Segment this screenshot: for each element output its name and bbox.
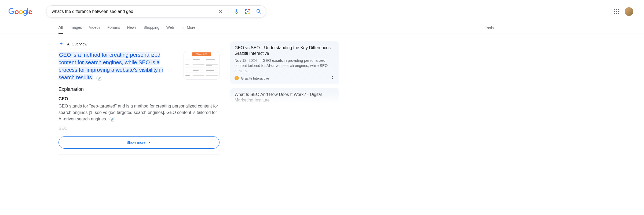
svg-point-11 bbox=[618, 9, 619, 10]
summary-thumbnail[interactable]: SEO vs. GEO bbox=[184, 51, 219, 80]
faded-next-section: SEO bbox=[58, 126, 219, 131]
source-card[interactable]: What Is SEO And How Does It Work? - Digi… bbox=[230, 88, 339, 103]
svg-point-14 bbox=[618, 11, 619, 12]
source-card[interactable]: GEO vs SEO—Understanding the Key Differe… bbox=[230, 41, 339, 84]
svg-point-16 bbox=[616, 13, 617, 14]
svg-rect-7 bbox=[250, 12, 250, 14]
tab-forums[interactable]: Forums bbox=[107, 23, 120, 34]
tab-shopping[interactable]: Shopping bbox=[144, 23, 159, 34]
tab-videos[interactable]: Videos bbox=[89, 23, 100, 34]
side-column: GEO vs SEO—Understanding the Key Differe… bbox=[230, 41, 339, 155]
google-logo[interactable] bbox=[8, 8, 33, 16]
clear-icon[interactable] bbox=[218, 9, 223, 14]
apps-icon[interactable] bbox=[613, 8, 620, 15]
svg-point-19 bbox=[183, 27, 184, 28]
card-title: What Is SEO And How Does It Work? - Digi… bbox=[235, 92, 335, 103]
mic-icon[interactable] bbox=[233, 8, 240, 15]
svg-point-18 bbox=[183, 26, 184, 27]
search-container bbox=[46, 5, 266, 18]
explanation-heading: Explanation bbox=[58, 87, 219, 92]
show-more-button[interactable]: Show more bbox=[58, 136, 219, 149]
svg-point-13 bbox=[616, 11, 617, 12]
show-more-label: Show more bbox=[127, 140, 146, 145]
separator bbox=[58, 155, 219, 155]
ai-overview-label: AI Overview bbox=[67, 42, 87, 46]
svg-rect-3 bbox=[250, 9, 250, 11]
sparkle-icon bbox=[58, 41, 64, 47]
card-menu-icon[interactable]: ⋮ bbox=[330, 76, 335, 81]
svg-point-8 bbox=[247, 11, 248, 12]
summary-period: . bbox=[93, 74, 94, 80]
avatar[interactable] bbox=[625, 7, 633, 16]
svg-point-12 bbox=[614, 11, 615, 12]
svg-point-20 bbox=[183, 28, 184, 29]
source-name: Grazitti Interactive bbox=[241, 76, 269, 80]
svg-point-10 bbox=[616, 9, 617, 10]
search-box[interactable] bbox=[46, 5, 266, 18]
card-title: GEO vs SEO—Understanding the Key Differe… bbox=[235, 45, 335, 56]
explanation-section-title: GEO bbox=[58, 96, 219, 101]
tabs-row: All Images Videos Forums News Shopping W… bbox=[0, 23, 644, 34]
card-footer: Grazitti Interactive ⋮ bbox=[235, 76, 335, 81]
side-cards-wrap: GEO vs SEO—Understanding the Key Differe… bbox=[230, 41, 339, 103]
search-actions bbox=[218, 8, 262, 15]
card-snippet: Nov 12, 2024 — GEO excels in providing p… bbox=[235, 58, 335, 74]
svg-point-9 bbox=[614, 9, 615, 10]
tab-images[interactable]: Images bbox=[70, 23, 82, 34]
search-icon[interactable] bbox=[256, 8, 262, 15]
lens-icon[interactable] bbox=[244, 8, 251, 15]
svg-point-17 bbox=[618, 13, 619, 14]
thumbnail-header: SEO vs. GEO bbox=[192, 52, 211, 56]
tab-more-label: More bbox=[187, 25, 195, 30]
ai-summary: GEO is a method for creating personalize… bbox=[58, 52, 163, 80]
tab-news[interactable]: News bbox=[127, 23, 137, 34]
chevron-down-icon bbox=[148, 141, 151, 144]
svg-point-15 bbox=[614, 13, 615, 14]
thumbnail-grid bbox=[184, 57, 219, 79]
kebab-icon bbox=[181, 25, 185, 30]
link-chip-icon[interactable]: 🔗 bbox=[96, 76, 102, 81]
svg-rect-5 bbox=[245, 12, 246, 14]
content: AI Overview Learn more ⋮ GEO is a method… bbox=[0, 34, 644, 155]
tab-more[interactable]: More bbox=[181, 23, 195, 34]
tabs: All Images Videos Forums News Shopping W… bbox=[58, 23, 195, 34]
main-column: AI Overview Learn more ⋮ GEO is a method… bbox=[58, 41, 219, 155]
link-chip-icon[interactable]: 🔗 bbox=[109, 117, 115, 122]
divider bbox=[228, 8, 228, 15]
tab-web[interactable]: Web bbox=[166, 23, 174, 34]
summary-text-block: GEO is a method for creating personalize… bbox=[58, 51, 178, 81]
search-input[interactable] bbox=[52, 9, 218, 14]
source-favicon-icon bbox=[235, 76, 239, 80]
tools-button[interactable]: Tools bbox=[485, 23, 494, 33]
svg-rect-1 bbox=[245, 9, 246, 11]
tab-all[interactable]: All bbox=[58, 23, 63, 34]
header-right bbox=[613, 7, 636, 16]
header bbox=[0, 0, 644, 18]
summary-row: GEO is a method for creating personalize… bbox=[58, 51, 219, 81]
explanation-section-body: GEO stands for "geo-targeted" and is a m… bbox=[58, 103, 219, 122]
